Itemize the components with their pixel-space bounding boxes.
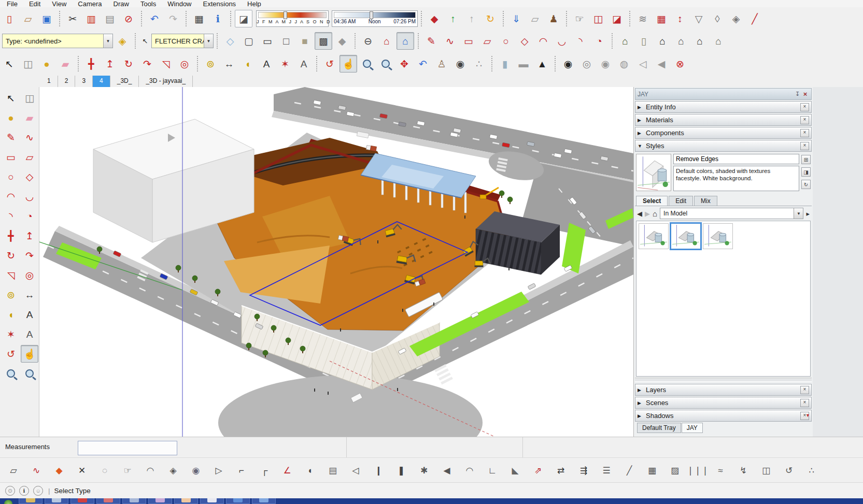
frustum-faces-icon[interactable]: ◀ <box>653 55 670 73</box>
component-options-icon[interactable]: ◫ <box>589 10 607 27</box>
status-account-icon[interactable]: ☺ <box>33 486 43 496</box>
scene-tab-3d-jayvaai[interactable]: _3D - jayvaai_ <box>139 76 193 87</box>
styles-tab-select[interactable]: Select <box>636 196 668 206</box>
styles-list[interactable] <box>636 221 811 377</box>
band-box-icon[interactable]: ▤ <box>324 462 341 479</box>
erase-icon[interactable]: ⊘ <box>120 10 137 27</box>
pan-tool-icon[interactable]: ☝ <box>339 55 357 73</box>
offset-tool-icon[interactable]: ◎ <box>176 55 193 73</box>
xray-mode-icon[interactable]: ◇ <box>221 32 239 50</box>
style-name-input[interactable] <box>673 154 799 164</box>
bar-extrude-icon[interactable]: ❚ <box>393 462 409 479</box>
zoom-extents-icon[interactable]: ✥ <box>395 55 413 73</box>
hip-roof-house-icon[interactable]: ⌂ <box>710 32 727 50</box>
rectangle-tool-icon[interactable]: ▭ <box>460 32 477 50</box>
download-model-icon[interactable]: ↑ <box>463 10 480 27</box>
volume-tool-icon[interactable]: ▮ <box>496 55 514 73</box>
array-icon[interactable]: ⇶ <box>575 462 592 479</box>
measurements-input[interactable] <box>78 441 177 455</box>
arc-tool-icon[interactable]: ◠ <box>534 32 552 50</box>
style-thumbnail-3[interactable] <box>703 223 733 249</box>
close-section-icon[interactable]: × <box>800 399 809 407</box>
tray-title-bar[interactable]: JAY ↧ × <box>635 88 812 100</box>
taskbar-button[interactable] <box>252 498 276 504</box>
taskbar-button[interactable] <box>70 498 94 504</box>
photo-textures-icon[interactable]: ♟ <box>545 10 562 27</box>
fold-face-icon[interactable]: ◆ <box>51 462 67 479</box>
twist-tool-icon[interactable]: ↺ <box>781 462 797 479</box>
menu-file[interactable]: File <box>1 0 23 7</box>
model-info-icon[interactable]: ℹ <box>209 10 227 27</box>
paint-bucket-icon[interactable]: ● <box>38 55 55 73</box>
columns-icon[interactable]: ❘❘❘ <box>689 462 706 479</box>
scene-tab-3[interactable]: 3 <box>75 76 93 87</box>
section-display-icon[interactable]: ⌂ <box>397 32 414 50</box>
fold-point-icon[interactable]: ▷ <box>210 462 227 479</box>
pie-tool-icon[interactable]: ◔ <box>590 32 608 50</box>
shadow-date-handle[interactable] <box>284 11 287 19</box>
toggle-terrain-icon[interactable]: ▱ <box>526 10 544 27</box>
select-tool-icon[interactable]: ↖ <box>2 89 20 107</box>
position-camera-icon[interactable]: ♙ <box>433 55 450 73</box>
menu-tools[interactable]: Tools <box>135 0 162 7</box>
tape-measure-icon[interactable]: ⊚ <box>202 55 219 73</box>
drape-icon[interactable]: ◊ <box>709 10 726 27</box>
status-geolocation-icon[interactable]: ⊙ <box>5 486 15 496</box>
toolbar-grip[interactable] <box>78 56 79 71</box>
taskbar-button[interactable] <box>19 498 43 504</box>
walk-tool-icon[interactable]: ∴ <box>470 55 488 73</box>
menu-extensions[interactable]: Extensions <box>197 0 242 7</box>
chevron-down-icon[interactable]: ▼ <box>794 208 803 219</box>
scene-tab-1[interactable]: 1 <box>40 76 58 87</box>
dome-tool-icon[interactable]: ◉ <box>188 462 204 479</box>
round-corner-icon[interactable]: ◠ <box>461 462 478 479</box>
section-cut-icon[interactable]: ⌂ <box>378 32 395 50</box>
model-canvas[interactable] <box>39 87 633 437</box>
push-edge-icon[interactable]: ☞ <box>119 462 136 479</box>
protractor-icon[interactable]: ◖ <box>239 55 257 73</box>
three-point-arc-icon[interactable]: ◝ <box>572 32 589 50</box>
two-point-arc-icon[interactable]: ◡ <box>21 188 38 205</box>
lock-camera-icon[interactable]: ◉ <box>597 55 614 73</box>
pipe-array-icon[interactable]: ❙ <box>370 462 387 479</box>
move-tool-icon[interactable]: ╋ <box>82 55 100 73</box>
push-pull-icon[interactable]: ↥ <box>21 227 38 244</box>
print-icon[interactable]: ▦ <box>190 10 208 27</box>
tray-section-scenes[interactable]: ▶Scenes× <box>635 397 812 409</box>
classification-type-select[interactable]: Type: <undefined> ▼ <box>2 34 113 48</box>
paint-bucket-icon[interactable]: ● <box>2 109 20 126</box>
tray-section-materials[interactable]: ▶Materials× <box>635 114 812 126</box>
tray-tab-jay[interactable]: JAY <box>682 423 703 433</box>
angle-tool-icon[interactable]: ∠ <box>279 462 295 479</box>
stairs-icon[interactable]: ☰ <box>598 462 615 479</box>
paste-icon[interactable]: ▤ <box>101 10 119 27</box>
curve-band-icon[interactable]: ◠ <box>142 462 159 479</box>
style-paint-button[interactable]: ◨ <box>801 167 811 177</box>
freehand-tool-icon[interactable]: ∿ <box>441 32 459 50</box>
component-picker-select[interactable]: FLETCHER CRAN ▼ <box>151 34 214 48</box>
taskbar-button[interactable] <box>226 498 250 504</box>
orbit-tool-icon[interactable]: ↺ <box>2 345 20 363</box>
pan-tool-icon[interactable]: ☝ <box>21 345 38 363</box>
menu-edit[interactable]: Edit <box>23 0 46 7</box>
menu-help[interactable]: Help <box>242 0 267 7</box>
polygon-tool-icon[interactable]: ◇ <box>516 32 533 50</box>
add-detail-icon[interactable]: ◈ <box>727 10 745 27</box>
home-icon[interactable]: ⌂ <box>653 209 657 218</box>
style-preview-thumbnail[interactable] <box>636 154 671 191</box>
corner-post-icon[interactable]: ┌ <box>256 462 273 479</box>
circle-tool-icon[interactable]: ○ <box>497 32 515 50</box>
open-file-icon[interactable]: ▱ <box>19 10 37 27</box>
select-tool-icon[interactable]: ↖ <box>1 55 18 73</box>
toolbar-grip[interactable] <box>59 11 60 26</box>
zoom-window-icon[interactable] <box>377 55 394 73</box>
eraser-tool-icon[interactable]: ▰ <box>56 55 74 73</box>
toolbar-grip[interactable] <box>566 11 567 26</box>
close-section-icon[interactable]: × <box>800 103 809 111</box>
menu-draw[interactable]: Draw <box>108 0 135 7</box>
bevel-icon[interactable]: ◣ <box>507 462 524 479</box>
classifier-tag-icon[interactable]: ◈ <box>114 32 131 50</box>
house-front-icon[interactable]: ⌂ <box>654 32 671 50</box>
shadow-toggle-button[interactable]: ◪ <box>235 10 252 27</box>
zoom-window-icon[interactable] <box>21 365 38 382</box>
